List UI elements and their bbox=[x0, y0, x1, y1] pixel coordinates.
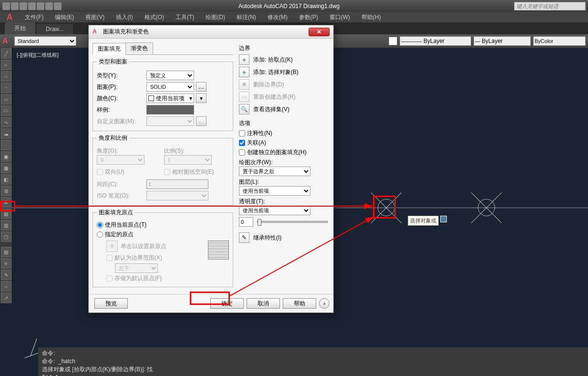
plotstyle-combo[interactable]: ByColor bbox=[533, 36, 586, 46]
quick-access-toolbar bbox=[0, 2, 64, 10]
qat-new-icon[interactable] bbox=[2, 2, 10, 10]
view-selection-button[interactable]: 🔍 bbox=[239, 104, 249, 115]
menu-insert[interactable]: 插入(I) bbox=[110, 13, 138, 21]
preview-button[interactable]: 预览 bbox=[94, 298, 128, 309]
qat-saveas-icon[interactable] bbox=[28, 2, 36, 10]
separate-checkbox[interactable] bbox=[239, 149, 245, 156]
inherit-props-button[interactable]: ✎ bbox=[239, 232, 249, 243]
tool-mtext-icon[interactable]: A bbox=[1, 197, 11, 208]
tool-gradient-icon[interactable]: ▥ bbox=[1, 220, 11, 230]
tool-point-icon[interactable]: · bbox=[1, 140, 11, 150]
origin-specified-radio[interactable] bbox=[97, 231, 103, 238]
slider-thumb[interactable] bbox=[258, 219, 261, 226]
menu-modify[interactable]: 修改(M) bbox=[262, 13, 293, 21]
tab-hatch[interactable]: 图案填充 bbox=[93, 43, 126, 55]
default-extent-checkbox bbox=[106, 255, 113, 261]
add-pick-label: 添加: 拾取点(K) bbox=[253, 56, 293, 64]
window-title: Autodesk AutoCAD 2017 Drawing1.dwg bbox=[64, 3, 514, 10]
tool-dim-icon[interactable]: ↔ bbox=[1, 281, 11, 292]
tool-leader-icon[interactable]: ↗ bbox=[1, 292, 11, 303]
tool-props-icon[interactable]: ≡ bbox=[1, 258, 11, 269]
origin-specified-label: 指定的原点 bbox=[105, 230, 134, 239]
qat-plot-icon[interactable] bbox=[37, 2, 44, 10]
scale-combo: 1 bbox=[164, 155, 212, 165]
layer-combo[interactable]: 使用当前项 bbox=[239, 186, 310, 196]
tab-drawing1[interactable]: Draw... bbox=[36, 24, 73, 34]
scale-label: 比例(S): bbox=[164, 147, 229, 155]
menu-view[interactable]: 视图(V) bbox=[80, 13, 110, 21]
magnifier-icon: 🔍 bbox=[241, 106, 248, 113]
expand-button[interactable]: › bbox=[319, 298, 330, 309]
tool-rect-icon[interactable]: ▭ bbox=[1, 94, 11, 104]
bg-color-button[interactable]: ▾ bbox=[196, 94, 206, 103]
menu-edit[interactable]: 编辑(E) bbox=[49, 13, 80, 21]
color-combo[interactable]: 使用当前项▾ bbox=[146, 94, 194, 103]
tool-hatch-icon[interactable]: ▤ bbox=[1, 209, 11, 219]
lineweight-combo[interactable]: — ByLayer bbox=[474, 36, 531, 46]
pattern-combo[interactable]: SOLID bbox=[146, 82, 194, 92]
viewsel-label: 查看选择集(V) bbox=[253, 105, 289, 114]
menu-dim[interactable]: 标注(N) bbox=[231, 13, 262, 21]
dialog-tabs: 图案填充 渐变色 bbox=[93, 42, 233, 55]
recreate-boundary-button: ▭ bbox=[239, 92, 249, 102]
qat-redo-icon[interactable] bbox=[54, 2, 62, 10]
transparency-slider[interactable] bbox=[257, 221, 328, 223]
add-pickpoint-button[interactable]: ＋ bbox=[239, 54, 249, 65]
tool-spline-icon[interactable]: ∿ bbox=[1, 117, 11, 127]
tool-line-icon[interactable]: ╱ bbox=[1, 48, 11, 59]
tool-hatch2-icon[interactable]: ▦ bbox=[1, 163, 11, 173]
angle-label: 角度(G): bbox=[97, 147, 162, 155]
menu-help[interactable]: 帮助(H) bbox=[356, 13, 387, 21]
menu-tools[interactable]: 工具(T) bbox=[170, 13, 200, 21]
help-button[interactable]: 帮助 bbox=[283, 298, 316, 309]
qat-undo-icon[interactable] bbox=[45, 2, 53, 10]
type-combo[interactable]: 预定义 bbox=[146, 71, 194, 80]
qat-save-icon[interactable] bbox=[20, 2, 27, 10]
color-swatch[interactable] bbox=[389, 37, 397, 45]
qat-open-icon[interactable] bbox=[11, 2, 19, 10]
menu-format[interactable]: 格式(O) bbox=[139, 13, 170, 21]
eyedropper-icon: ✎ bbox=[242, 234, 247, 241]
origin-current-radio[interactable] bbox=[97, 222, 103, 228]
tab-gradient[interactable]: 渐变色 bbox=[125, 42, 153, 54]
tool-revcloud-icon[interactable]: ☁ bbox=[1, 128, 11, 139]
command-line[interactable]: 命令: 命令: _hatch 选择对象或 [拾取内部点(K)/删除边界(B)]:… bbox=[38, 347, 588, 376]
menu-file[interactable]: 文件(F) bbox=[19, 13, 49, 21]
transparency-value-input[interactable] bbox=[239, 217, 253, 227]
ok-button[interactable]: 确定 bbox=[210, 298, 244, 309]
menu-draw[interactable]: 绘图(D) bbox=[200, 13, 231, 21]
dialog-titlebar[interactable]: A 图案填充和渐变色 ✕ bbox=[89, 25, 333, 39]
menu-param[interactable]: 参数(P) bbox=[293, 13, 324, 21]
tool-region-icon[interactable]: ◧ bbox=[1, 174, 11, 185]
add-select-button[interactable]: ＋ bbox=[239, 67, 249, 77]
help-search-input[interactable] bbox=[514, 2, 586, 10]
tool-table-icon[interactable]: ⊞ bbox=[1, 186, 11, 196]
style-combo[interactable]: Standard bbox=[14, 36, 76, 46]
tab-start[interactable]: 开始 bbox=[5, 22, 35, 34]
tool-layers-icon[interactable]: ▤ bbox=[1, 247, 11, 257]
menu-window[interactable]: 窗口(W) bbox=[324, 13, 356, 21]
point-marker-2[interactable] bbox=[472, 193, 501, 222]
annotative-checkbox[interactable] bbox=[239, 130, 245, 136]
add-select-label: 添加: 选择对象(B) bbox=[253, 68, 299, 76]
associative-checkbox[interactable] bbox=[239, 140, 245, 146]
pattern-browse-button[interactable]: … bbox=[196, 82, 206, 92]
dialog-title: 图案填充和渐变色 bbox=[103, 28, 309, 36]
tool-circle-icon[interactable]: ○ bbox=[1, 71, 11, 82]
tool-arc-icon[interactable]: ◝ bbox=[1, 83, 11, 93]
tool-polyline-icon[interactable]: ⌐ bbox=[1, 60, 11, 70]
dialog-close-button[interactable]: ✕ bbox=[309, 28, 330, 36]
app-logo-icon[interactable]: A bbox=[2, 12, 17, 22]
transparency-combo[interactable]: 使用当前项 bbox=[239, 206, 310, 215]
viewport-label[interactable]: [-][俯视][二维线框] bbox=[17, 52, 59, 59]
tool-boundary-icon[interactable]: ▢ bbox=[1, 231, 11, 242]
cancel-button[interactable]: 取消 bbox=[247, 298, 280, 309]
angle-scale-group: 角度和比例 角度(G): 0 比例(S): 1 双向(U) 相对图纸空间(E) bbox=[93, 134, 233, 206]
tool-block-icon[interactable]: ▣ bbox=[1, 151, 11, 162]
tool-match-icon[interactable]: ✎ bbox=[1, 270, 11, 280]
sample-preview[interactable] bbox=[146, 105, 194, 115]
point-marker-1[interactable] bbox=[372, 193, 401, 222]
tool-ellipse-icon[interactable]: ⬭ bbox=[1, 105, 11, 116]
draworder-combo[interactable]: 置于边界之后 bbox=[239, 167, 310, 176]
linetype-combo[interactable]: ———— ByLayer bbox=[400, 36, 471, 46]
